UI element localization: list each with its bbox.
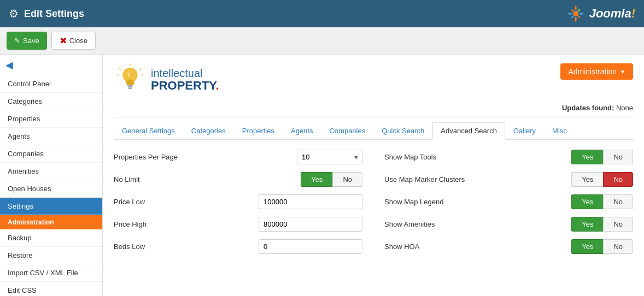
show-hoa-yes-button[interactable]: Yes	[571, 239, 603, 254]
no-limit-control: Yes No	[301, 172, 362, 187]
sidebar-item-backup[interactable]: Backup	[0, 229, 102, 247]
administration-button[interactable]: Administration ▼	[560, 63, 633, 80]
sidebar-item-agents[interactable]: Agents	[0, 128, 102, 145]
sidebar-item-categories[interactable]: Categories	[0, 93, 102, 110]
show-map-tools-control: Yes No	[571, 150, 633, 164]
sidebar-item-open-houses[interactable]: Open Houses	[0, 180, 102, 198]
show-amenities-control: Yes No	[571, 217, 633, 232]
save-button[interactable]: ✎ Save	[7, 32, 47, 50]
logo-bulb-icon	[114, 63, 147, 96]
show-hoa-no-button[interactable]: No	[603, 239, 633, 254]
header-left: ⚙ Edit Settings	[9, 7, 84, 20]
content-inner: intellectual PROPERTY. Administration ▼ …	[103, 55, 644, 270]
sidebar-item-edit-css[interactable]: Edit CSS	[0, 282, 102, 296]
close-button[interactable]: ✖ Close	[51, 32, 96, 50]
setting-price-low: Price Low	[114, 194, 362, 209]
price-high-label: Price High	[114, 220, 179, 228]
beds-low-label: Beds Low	[114, 242, 179, 251]
tab-agents[interactable]: Agents	[283, 122, 321, 140]
tabs-row: General Settings Categories Properties A…	[114, 122, 633, 140]
show-amenities-toggle: Yes No	[571, 217, 633, 232]
setting-map-marker-clusters: Use Map Marker Clusters Yes No	[384, 172, 633, 187]
updates-label: Updates found:	[562, 104, 614, 112]
top-header: ⚙ Edit Settings Joomla!	[0, 0, 644, 27]
tab-categories[interactable]: Categories	[183, 122, 234, 140]
logo-text: intellectual PROPERTY.	[151, 67, 219, 92]
show-amenities-label: Show Amenities	[384, 220, 450, 228]
toolbar: ✎ Save ✖ Close	[0, 27, 644, 55]
joomla-text: Joomla!	[589, 7, 635, 21]
svg-rect-5	[128, 88, 132, 90]
svg-point-1	[573, 11, 578, 16]
show-map-tools-yes-button[interactable]: Yes	[571, 150, 603, 164]
sidebar-item-properties[interactable]: Properties	[0, 110, 102, 128]
show-map-legend-yes-button[interactable]: Yes	[571, 194, 603, 209]
properties-per-page-select[interactable]: 10 5 15 20 25 50	[297, 150, 362, 164]
show-map-legend-no-button[interactable]: No	[603, 194, 633, 209]
price-low-input[interactable]	[259, 194, 362, 209]
settings-left-col: Properties Per Page 10 5 15 20 25 50	[114, 150, 362, 262]
sidebar-section-administration: Administration	[0, 215, 102, 229]
tab-companies[interactable]: Companies	[321, 122, 373, 140]
beds-low-input[interactable]	[259, 239, 362, 254]
updates-value: None	[616, 104, 633, 112]
map-marker-clusters-label: Use Map Marker Clusters	[384, 175, 465, 183]
map-marker-clusters-no-button[interactable]: No	[603, 172, 633, 187]
show-map-legend-label: Show Map Legend	[384, 198, 450, 206]
properties-per-page-control: 10 5 15 20 25 50 ▼	[297, 150, 362, 164]
settings-right-col: Show Map Tools Yes No Use Map Marker Clu…	[384, 150, 633, 262]
logo-area: intellectual PROPERTY.	[114, 63, 219, 96]
no-limit-yes-button[interactable]: Yes	[301, 172, 332, 187]
page-title: Edit Settings	[24, 8, 84, 20]
setting-price-high: Price High	[114, 217, 362, 232]
tab-misc[interactable]: Misc	[544, 122, 575, 140]
setting-show-map-legend: Show Map Legend Yes No	[384, 194, 633, 209]
setting-show-map-tools: Show Map Tools Yes No	[384, 150, 633, 164]
show-amenities-no-button[interactable]: No	[603, 217, 633, 232]
map-marker-clusters-yes-button[interactable]: Yes	[571, 172, 603, 187]
show-map-tools-toggle: Yes No	[571, 150, 633, 164]
setting-no-limit: No Limit Yes No	[114, 172, 362, 187]
show-hoa-toggle: Yes No	[571, 239, 633, 254]
price-high-input[interactable]	[259, 217, 362, 232]
no-limit-toggle: Yes No	[301, 172, 362, 187]
gear-icon: ⚙	[9, 7, 19, 20]
save-icon: ✎	[14, 37, 20, 45]
show-hoa-label: Show HOA	[384, 242, 450, 251]
show-amenities-yes-button[interactable]: Yes	[571, 217, 603, 232]
svg-line-7	[119, 68, 121, 70]
tab-advanced-search[interactable]: Advanced Search	[432, 122, 505, 140]
beds-low-control	[259, 239, 362, 254]
sidebar-item-restore[interactable]: Restore	[0, 247, 102, 264]
tab-general-settings[interactable]: General Settings	[114, 122, 183, 140]
setting-beds-low: Beds Low	[114, 239, 362, 254]
setting-show-hoa: Show HOA Yes No	[384, 239, 633, 254]
show-map-tools-label: Show Map Tools	[384, 153, 450, 161]
map-marker-clusters-toggle: Yes No	[571, 172, 633, 187]
show-map-legend-control: Yes No	[571, 194, 633, 209]
tab-properties[interactable]: Properties	[234, 122, 283, 140]
main-layout: ◀ Control Panel Categories Properties Ag…	[0, 55, 644, 296]
sidebar-item-settings[interactable]: Settings	[0, 198, 102, 215]
sidebar-item-companies[interactable]: Companies	[0, 145, 102, 163]
sidebar-item-import[interactable]: Import CSV / XML File	[0, 264, 102, 282]
properties-per-page-select-wrapper: 10 5 15 20 25 50 ▼	[297, 150, 362, 164]
tab-gallery[interactable]: Gallery	[505, 122, 544, 140]
no-limit-no-button[interactable]: No	[332, 172, 362, 187]
svg-rect-3	[127, 85, 133, 86]
content-area: intellectual PROPERTY. Administration ▼ …	[103, 55, 644, 296]
sidebar-item-control-panel[interactable]: Control Panel	[0, 75, 102, 93]
tab-quick-search[interactable]: Quick Search	[373, 122, 432, 140]
updates-row: Updates found: None	[114, 104, 633, 118]
price-low-label: Price Low	[114, 198, 179, 206]
map-marker-clusters-control: Yes No	[571, 172, 633, 187]
sidebar-item-amenities[interactable]: Amenities	[0, 163, 102, 180]
settings-grid: Properties Per Page 10 5 15 20 25 50	[114, 150, 633, 262]
caret-icon: ▼	[620, 69, 625, 75]
show-map-legend-toggle: Yes No	[571, 194, 633, 209]
sidebar-toggle[interactable]: ◀	[0, 55, 102, 75]
logo-intellectual: intellectual	[151, 67, 219, 79]
joomla-icon	[565, 3, 586, 24]
joomla-logo: Joomla!	[565, 3, 635, 24]
show-map-tools-no-button[interactable]: No	[603, 150, 633, 164]
